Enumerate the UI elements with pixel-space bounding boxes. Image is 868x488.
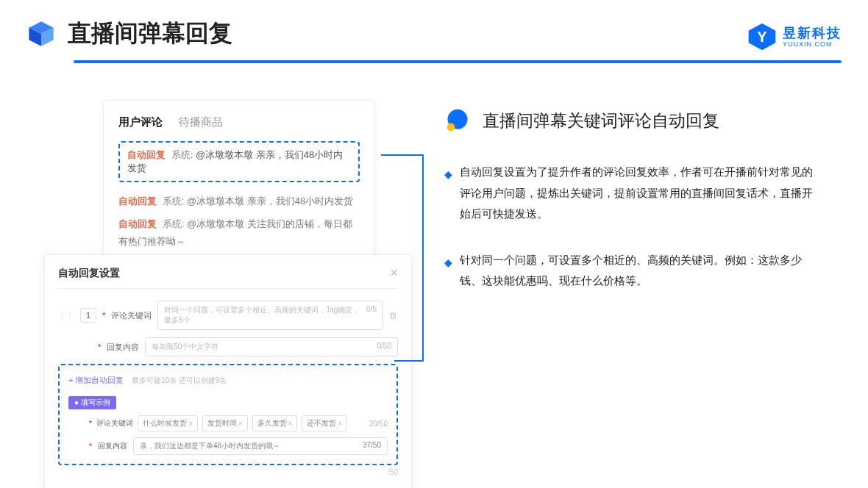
keyword-chip[interactable]: 多久发货× <box>252 415 298 431</box>
connector-line <box>394 360 424 362</box>
svg-text:Y: Y <box>757 29 767 45</box>
brand-name: 昱新科技 <box>783 26 842 40</box>
keyword-chip[interactable]: 什么时候发货× <box>138 415 198 431</box>
example-reply-label: 回复内容 <box>98 441 127 451</box>
chip-count: 20/50 <box>369 420 388 428</box>
bullet-point: ◆ 自动回复设置为了提升作者的评论回复效率，作者可在开播前针对常见的评论用户问题… <box>444 162 819 225</box>
brand-url: YUUXIN.COM <box>783 41 842 48</box>
auto-reply-tag: 自动回复 <box>118 195 157 207</box>
auto-reply-tag: 自动回复 <box>127 149 166 160</box>
system-tag: 系统: <box>163 195 185 207</box>
auto-reply-tag: 自动回复 <box>118 218 157 229</box>
comment-text: @冰墩墩本墩 亲亲，我们48小时内发货 <box>187 195 353 207</box>
add-rule-link[interactable]: + 增加自动回复 <box>68 376 124 384</box>
system-tag: 系统: <box>163 218 185 229</box>
highlighted-comment: 自动回复 系统: @冰墩墩本墩 亲亲，我们48小时内发货 <box>118 141 360 182</box>
example-badge: ● 填写示例 <box>68 396 116 409</box>
char-limit: /50 <box>58 468 398 476</box>
svg-point-6 <box>447 123 455 132</box>
diamond-icon: ◆ <box>444 253 452 292</box>
brand-icon: Y <box>747 22 777 51</box>
keyword-chip[interactable]: 发货时间× <box>202 415 248 431</box>
bullet-point: ◆ 针对同一个问题，可设置多个相近的、高频的关键词。例如：这款多少钱、这块能优惠… <box>444 250 819 292</box>
example-keyword-label: 评论关键词 <box>96 418 133 428</box>
keyword-label: 评论关键词 <box>111 310 152 321</box>
panel-title: 自动回复设置 <box>58 267 120 280</box>
reply-label: 回复内容 <box>107 342 139 353</box>
example-section: + 增加自动回复 最多可建10条 还可以创建9条 ● 填写示例 * 评论关键词 … <box>58 364 398 465</box>
reply-input[interactable]: 每条限50个中文字符0/50 <box>145 337 398 356</box>
connector-line <box>381 154 424 360</box>
keyword-input[interactable]: 对同一个问题，可设置多个相近、高频的关键词，Tag确定，最多5个0/5 <box>157 301 383 330</box>
comment-item: 自动回复 系统: @冰墩墩本墩 关注我们的店铺，每日都有热门推荐呦～ <box>118 215 360 251</box>
tab-user-comments[interactable]: 用户评论 <box>118 115 163 129</box>
auto-reply-settings-panel: 自动回复设置 × ⋮⋮ 1 * 评论关键词 对同一个问题，可设置多个相近、高频的… <box>44 254 412 488</box>
diamond-icon: ◆ <box>444 165 452 225</box>
tab-products[interactable]: 待播商品 <box>179 115 223 129</box>
page-title: 直播间弹幕回复 <box>68 18 232 50</box>
comments-panel: 用户评论 待播商品 自动回复 系统: @冰墩墩本墩 亲亲，我们48小时内发货 自… <box>103 100 375 271</box>
cube-icon <box>26 19 56 49</box>
comment-item: 自动回复 系统: @冰墩墩本墩 亲亲，我们48小时内发货 <box>118 193 360 211</box>
rule-limit-hint: 最多可建10条 还可以创建9条 <box>132 376 227 384</box>
system-tag: 系统: <box>171 149 193 160</box>
chat-bubble-icon <box>444 107 471 134</box>
rule-number: 1 <box>80 308 96 323</box>
keyword-chip[interactable]: 还不发货× <box>302 415 347 431</box>
brand-logo: Y 昱新科技 YUUXIN.COM <box>747 22 842 51</box>
example-reply-input[interactable]: 亲，我们这边都是下单48小时内发货的哦～37/50 <box>133 437 388 455</box>
section-title: 直播间弹幕关键词评论自动回复 <box>483 110 719 132</box>
